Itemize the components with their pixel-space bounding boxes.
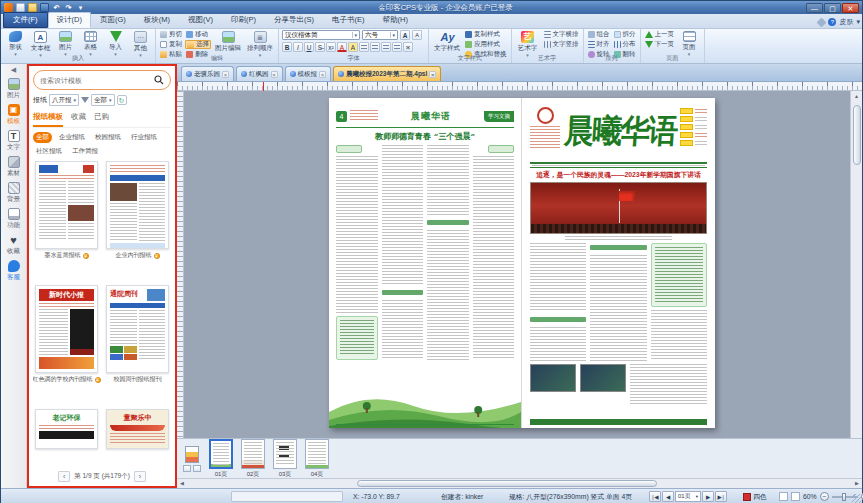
- close-tab-icon[interactable]: ×: [319, 71, 326, 78]
- tab-purchased[interactable]: 已购: [94, 110, 109, 127]
- insert-shape-button[interactable]: 形状 ▾: [4, 30, 27, 56]
- template-thumbnail[interactable]: 童聚乐中: [106, 409, 169, 449]
- tab-view[interactable]: 视图(V): [179, 12, 222, 28]
- align-objects-button[interactable]: 对齐: [587, 40, 611, 49]
- refresh-icon[interactable]: ↻: [117, 95, 127, 105]
- image-edit-button[interactable]: 图片编辑: [213, 30, 243, 56]
- italic-button[interactable]: I: [293, 42, 303, 52]
- template-thumbnail[interactable]: 通院周刊: [106, 285, 169, 373]
- first-page-icon[interactable]: ∣◀: [649, 491, 661, 502]
- text-style-button[interactable]: Ay 文字样式: [432, 30, 462, 56]
- template-item[interactable]: 新时代小报 红色调的学校内刊报纸 ¥: [35, 285, 98, 403]
- minimize-button[interactable]: —: [806, 3, 823, 13]
- insert-import-button[interactable]: 导入 ▾: [104, 30, 127, 56]
- grow-font-button[interactable]: A: [400, 30, 410, 40]
- distribute-button[interactable]: 分布: [613, 40, 637, 49]
- canvas[interactable]: 4 晨曦华语 学习文摘 教师师德育青春 “三个强晨”: [177, 91, 862, 438]
- newspaper-page-right[interactable]: 晨曦华语 追逐，是一个民族的灵魂——2023年新学期国旗下讲话: [522, 98, 715, 428]
- rail-item-functions[interactable]: 功能: [2, 208, 26, 230]
- rail-item-support[interactable]: 客服: [2, 260, 26, 282]
- fit-page-icon[interactable]: [779, 492, 788, 501]
- rail-item-images[interactable]: 图片: [2, 78, 26, 100]
- template-item[interactable]: 企业内刊报纸 ¥: [106, 161, 169, 279]
- justify-button[interactable]: [392, 42, 402, 52]
- chip-briefing[interactable]: 工作简报: [69, 146, 101, 157]
- page-thumbnail[interactable]: 01页: [209, 439, 233, 479]
- save-icon[interactable]: [40, 3, 49, 12]
- page-manager-button[interactable]: 页面 ▾: [677, 30, 701, 56]
- font-color-button[interactable]: A: [337, 42, 347, 52]
- select-button[interactable]: 选择: [185, 40, 211, 49]
- document-tab[interactable]: 老骥乐园 ×: [181, 66, 234, 81]
- tab-design[interactable]: 设计(D): [48, 12, 91, 28]
- scrollbar-thumb[interactable]: [357, 480, 657, 487]
- rail-item-templates[interactable]: ▣ 模板: [2, 104, 26, 126]
- horizontal-scrollbar[interactable]: ◀ ▶: [177, 478, 862, 488]
- template-thumbnail[interactable]: [106, 161, 169, 249]
- text-horizontal-button[interactable]: 文字横排: [543, 30, 580, 39]
- undo-icon[interactable]: ↶: [52, 3, 61, 12]
- redo-icon[interactable]: ↷: [64, 3, 73, 12]
- rail-item-favorites[interactable]: 收藏: [2, 234, 26, 256]
- strikethrough-button[interactable]: S̶: [315, 42, 325, 52]
- block-view-icon[interactable]: [193, 465, 201, 472]
- horizontal-ruler[interactable]: [177, 82, 862, 91]
- fit-width-icon[interactable]: [791, 492, 800, 501]
- filter-funnel-icon[interactable]: [81, 97, 89, 103]
- underline-button[interactable]: U: [304, 42, 314, 52]
- template-thumbnail[interactable]: 新时代小报: [35, 285, 98, 373]
- superscript-button[interactable]: x²: [326, 42, 336, 52]
- next-page-icon[interactable]: ▶: [702, 491, 714, 502]
- vertical-ruler[interactable]: [177, 91, 184, 438]
- chip-enterprise[interactable]: 企业报纸: [56, 132, 88, 143]
- search-box[interactable]: [33, 70, 171, 90]
- tab-page[interactable]: 页面(G): [91, 12, 135, 28]
- template-item[interactable]: 墨水蓝简报纸 ¥: [35, 161, 98, 279]
- close-button[interactable]: ✕: [842, 3, 859, 13]
- last-page-icon[interactable]: ▶∣: [715, 491, 727, 502]
- align-center-button[interactable]: [370, 42, 380, 52]
- tab-share-export[interactable]: 分享导出(S): [265, 12, 323, 28]
- search-input[interactable]: [40, 77, 151, 84]
- tab-file[interactable]: 文件(F): [3, 12, 48, 28]
- page-thumbnail[interactable]: 02页: [241, 439, 265, 479]
- scroll-left-icon[interactable]: ◀: [177, 479, 187, 488]
- close-tab-icon[interactable]: ×: [429, 71, 436, 78]
- rail-item-background[interactable]: 背景: [2, 182, 26, 204]
- rail-item-assets[interactable]: 素材: [2, 156, 26, 178]
- paper-size-select[interactable]: 八开报 ▾: [49, 94, 79, 106]
- color-mode[interactable]: 四色: [743, 491, 767, 502]
- page-thumbnail[interactable]: 04页: [305, 439, 329, 479]
- prev-page-icon[interactable]: ‹: [58, 471, 70, 482]
- bold-button[interactable]: B: [282, 42, 292, 52]
- order-button[interactable]: ≣ 排列顺序 ▾: [245, 30, 275, 56]
- document-tab[interactable]: 模板报 ×: [285, 66, 332, 81]
- scroll-up-icon[interactable]: ▲: [852, 91, 862, 101]
- close-tab-icon[interactable]: ×: [222, 71, 229, 78]
- resize-grip[interactable]: [852, 494, 861, 503]
- help-icon[interactable]: ?: [828, 18, 836, 26]
- template-thumbnail[interactable]: [35, 161, 98, 249]
- prev-page-button[interactable]: 上一页: [644, 30, 676, 39]
- wordart-button[interactable]: 艺 艺术字 ▾: [515, 30, 541, 56]
- scrollbar-thumb[interactable]: [853, 105, 861, 165]
- document-tab[interactable]: 红枫园 ×: [236, 66, 283, 81]
- align-left-button[interactable]: [359, 42, 369, 52]
- add-page-icon[interactable]: [185, 446, 199, 463]
- document-tab-active[interactable]: 晨曦校报2023年第二期.4psl ×: [333, 66, 441, 81]
- shrink-font-button[interactable]: A: [412, 30, 422, 40]
- insert-table-button[interactable]: 表格 ▾: [79, 30, 102, 56]
- scroll-right-icon[interactable]: ▶: [852, 479, 862, 488]
- chip-industry[interactable]: 行业报纸: [128, 132, 160, 143]
- tab-block[interactable]: 板块(M): [135, 12, 179, 28]
- highlight-button[interactable]: A: [348, 42, 358, 52]
- template-item[interactable]: 老记环保: [35, 409, 98, 468]
- chip-community[interactable]: 社区报纸: [33, 146, 65, 157]
- template-item[interactable]: 通院周刊: [106, 285, 169, 403]
- page-view-icon[interactable]: [183, 465, 191, 472]
- text-vertical-button[interactable]: 文字竖排: [543, 40, 580, 49]
- tab-newspaper-templates[interactable]: 报纸模板: [33, 110, 63, 127]
- tab-favorites[interactable]: 收藏: [71, 110, 86, 127]
- align-right-button[interactable]: [381, 42, 391, 52]
- page-thumbnail[interactable]: 03页: [273, 439, 297, 479]
